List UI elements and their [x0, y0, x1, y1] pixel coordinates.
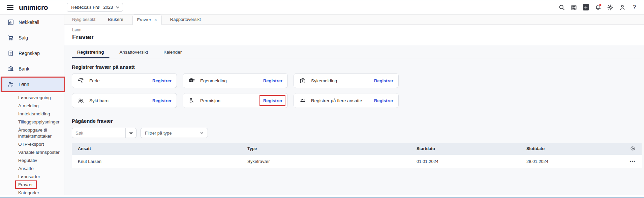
sidebar-item-label: Lønn [19, 82, 29, 87]
register-permisjon-link[interactable]: Registrer [263, 98, 282, 103]
filter-row: Filtrer på type [72, 128, 642, 138]
sidebar-subitem-lonnsarter[interactable]: Lønnsarter [0, 173, 64, 181]
sidebar-item-regnskap[interactable]: Regnskap [0, 46, 64, 61]
register-sykt-barn-link[interactable]: Registrer [152, 98, 172, 103]
chevron-down-icon [116, 6, 119, 9]
help-icon[interactable]: ? [631, 4, 638, 11]
tab-ansattoversikt[interactable]: Ansattoversikt [114, 50, 154, 58]
card-permisjon: Permisjon Registrer [183, 93, 288, 108]
sidebar-subitem-fravaer[interactable]: Fravær [0, 181, 64, 189]
profile-icon[interactable] [619, 4, 626, 11]
app-logo: unimicro [19, 3, 48, 11]
sidebar-subitem-a-melding[interactable]: A-melding [0, 102, 64, 110]
sidebar-subitem-tilleggsopplysninger[interactable]: Tilleggsopplysninger [0, 118, 64, 126]
sidebar-subitem-lonnsavregning[interactable]: Lønnsavregning [0, 94, 64, 102]
ongoing-section-heading: Pågående fravær [72, 118, 642, 124]
cell-ansatt: Knut Larsen [78, 159, 247, 164]
people-group-icon [299, 97, 306, 104]
sidebar-item-salg[interactable]: Salg [0, 30, 64, 46]
sidebar: Nøkkeltall Salg Regnskap Bank Lønn [0, 15, 64, 195]
search-input[interactable] [72, 128, 125, 138]
sidebar-subitem-arsoppgave[interactable]: Årsoppgave til inntektsmottaker [0, 126, 64, 140]
notifications-bell-icon[interactable] [594, 4, 602, 11]
sidebar-subitem-kategorier[interactable]: Kategorier [0, 189, 64, 197]
card-sykemelding: Sykemelding Registrer [294, 73, 399, 88]
sidebar-item-label: Nøkkeltall [19, 20, 39, 25]
search-group [72, 128, 136, 138]
sidebar-subitem-variable-lonnsposter[interactable]: Variable lønnsposter [0, 148, 64, 157]
register-cards: Ferie Registrer Egenmelding Registrer Sy… [72, 73, 642, 108]
table-row[interactable]: Knut Larsen Sykefravær 01.01.2024 28.01.… [72, 155, 642, 168]
card-label: Sykemelding [311, 78, 337, 83]
notification-badge [599, 4, 602, 6]
family-icon [77, 97, 84, 104]
sidebar-subitem-otp-eksport[interactable]: OTP-eksport [0, 140, 64, 148]
company-year: 2023 [103, 5, 113, 10]
first-aid-icon [188, 77, 195, 84]
card-flere-ansatte: Registrer på flere ansatte Registrer [294, 93, 399, 108]
column-ansatt: Ansatt [78, 146, 247, 151]
chevron-down-icon [200, 131, 204, 135]
sidebar-subitem-regulativ[interactable]: Regulativ [0, 157, 64, 165]
column-startdato: Startdato [417, 146, 526, 151]
cart-icon [7, 34, 14, 41]
recently-visited-bar: Nylig besøkt: Brukere Fravær × Rapportov… [64, 15, 644, 25]
recent-tab-label: Fravær [137, 17, 151, 22]
settings-gear-icon[interactable] [607, 4, 614, 11]
tab-registrering[interactable]: Registrering [72, 50, 110, 58]
sidebar-item-label: Bank [19, 66, 29, 72]
building-icon[interactable] [570, 4, 577, 11]
cell-sluttdato: 28.01.2024 [526, 159, 612, 164]
register-sykemelding-link[interactable]: Registrer [374, 78, 393, 83]
cell-startdato: 01.01.2024 [417, 159, 526, 164]
card-ferie: Ferie Registrer [72, 73, 177, 88]
row-menu-icon[interactable]: ⋯ [612, 160, 636, 163]
card-label: Permisjon [200, 98, 220, 103]
card-sykt-barn: Sykt barn Registrer [72, 93, 177, 108]
search-icon[interactable] [558, 4, 565, 11]
tab-kalender[interactable]: Kalender [158, 50, 187, 58]
recent-item-rapportoversikt[interactable]: Rapportoversikt [170, 15, 201, 24]
register-flere-ansatte-link[interactable]: Registrer [374, 98, 393, 103]
card-label: Sykt barn [89, 98, 109, 103]
cell-type: Sykefravær [247, 159, 417, 164]
type-filter-dropdown[interactable]: Filtrer på type [141, 128, 208, 138]
register-egenmelding-link[interactable]: Registrer [263, 78, 282, 83]
add-icon[interactable] [582, 4, 589, 11]
register-section-heading: Registrer fravær på ansatt [72, 64, 642, 70]
recent-item-brukere[interactable]: Brukere [108, 15, 123, 24]
main-area: Nylig besøkt: Brukere Fravær × Rapportov… [64, 15, 644, 197]
company-selector[interactable]: Rebecca's Frø 2023 [67, 3, 123, 12]
sidebar-subitem-ansatte[interactable]: Ansatte [0, 165, 64, 173]
app-window: unimicro Rebecca's Frø 2023 [0, 0, 644, 198]
sidebar-item-label: Salg [19, 35, 28, 40]
sidebar-item-bank[interactable]: Bank [0, 61, 64, 77]
close-icon[interactable]: × [154, 17, 157, 23]
sidebar-subitem-inntektsmelding[interactable]: Inntektsmelding [0, 110, 64, 118]
sidebar-item-lonn[interactable]: Lønn [0, 77, 64, 92]
type-filter-placeholder: Filtrer på type [145, 131, 172, 136]
person-leave-icon [188, 97, 195, 104]
ledger-icon [7, 50, 14, 57]
top-bar: unimicro Rebecca's Frø 2023 [0, 0, 644, 15]
bank-icon [7, 65, 14, 73]
page-title: Fravær [72, 33, 644, 41]
sidebar-subnav: Lønnsavregning A-melding Inntektsmelding… [0, 94, 64, 197]
filter-lines-icon[interactable] [125, 128, 136, 138]
column-type: Type [247, 146, 417, 151]
hamburger-menu-icon[interactable] [7, 5, 13, 10]
sidebar-item-nokkeltall[interactable]: Nøkkeltall [0, 15, 64, 30]
recently-visited-label: Nylig besøkt: [72, 15, 96, 24]
chart-icon [7, 19, 14, 26]
table-settings-gear-icon[interactable] [630, 146, 636, 151]
breadcrumb: Lønn [72, 28, 644, 32]
people-icon [7, 81, 14, 88]
recent-tab-fravaer[interactable]: Fravær × [132, 15, 162, 25]
page-header: Lønn Fravær [64, 25, 644, 45]
column-sluttdato: Sluttdato [526, 146, 612, 151]
register-ferie-link[interactable]: Registrer [152, 78, 172, 83]
card-label: Ferie [89, 78, 100, 83]
sidebar-item-label: Regnskap [19, 51, 40, 56]
tab-bar: Registrering Ansattoversikt Kalender [72, 45, 642, 58]
absence-table: Ansatt Type Startdato Sluttdato Knut Lar… [72, 143, 642, 168]
